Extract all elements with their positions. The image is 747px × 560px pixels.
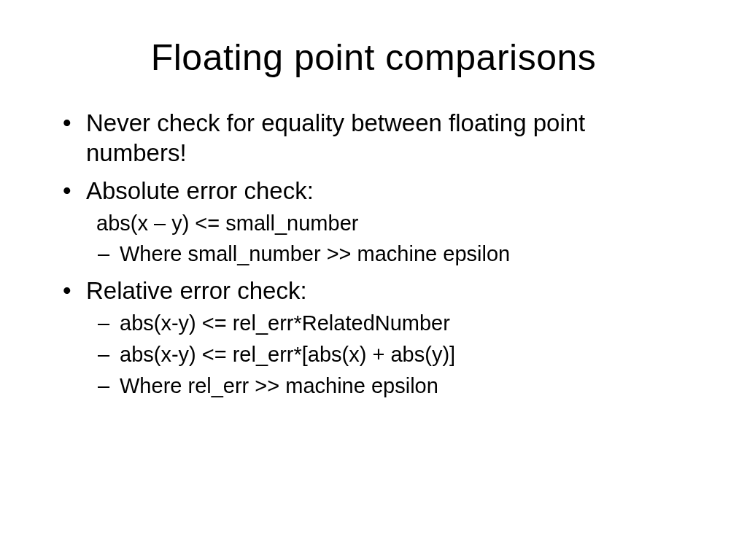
sub-bullet-item: Where rel_err >> machine epsilon — [93, 373, 689, 400]
bullet-item: Relative error check: abs(x-y) <= rel_er… — [58, 276, 689, 400]
sub-bullet-text: abs(x-y) <= rel_err*[abs(x) + abs(y)] — [120, 343, 455, 366]
slide-title: Floating point comparisons — [58, 36, 689, 79]
sub-bullet-text: abs(x – y) <= small_number — [96, 211, 358, 235]
sub-bullet-item: abs(x-y) <= rel_err*RelatedNumber — [93, 310, 689, 338]
sub-bullet-text: Where rel_err >> machine epsilon — [120, 374, 438, 397]
bullet-text: Absolute error check: — [86, 177, 314, 204]
sub-bullet-item: Where small_number >> machine epsilon — [93, 241, 689, 268]
bullet-list: Never check for equality between floatin… — [58, 108, 689, 400]
bullet-text: Relative error check: — [86, 277, 307, 304]
bullet-item: Absolute error check: abs(x – y) <= smal… — [58, 176, 689, 269]
sub-bullet-list: abs(x – y) <= small_number Where small_n… — [93, 210, 689, 268]
sub-bullet-list: abs(x-y) <= rel_err*RelatedNumber abs(x-… — [93, 310, 689, 400]
sub-bullet-text: abs(x-y) <= rel_err*RelatedNumber — [120, 311, 450, 335]
sub-bullet-item: abs(x – y) <= small_number — [93, 210, 689, 238]
bullet-item: Never check for equality between floatin… — [58, 108, 689, 168]
sub-bullet-item: abs(x-y) <= rel_err*[abs(x) + abs(y)] — [93, 341, 689, 369]
sub-bullet-text: Where small_number >> machine epsilon — [120, 242, 510, 265]
bullet-text: Never check for equality between floatin… — [86, 109, 585, 166]
